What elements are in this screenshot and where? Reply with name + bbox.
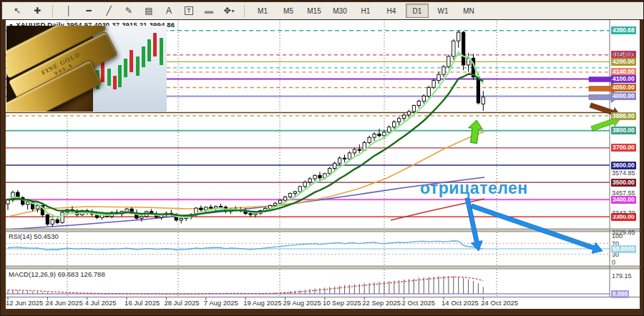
chart-canvas[interactable] — [1, 1, 644, 316]
trading-terminal-window: ↖✚│━╱✎▤AT▬✥▾M1M5M15M30H1H4D1W1MN ▼XAUUSD… — [0, 0, 644, 316]
